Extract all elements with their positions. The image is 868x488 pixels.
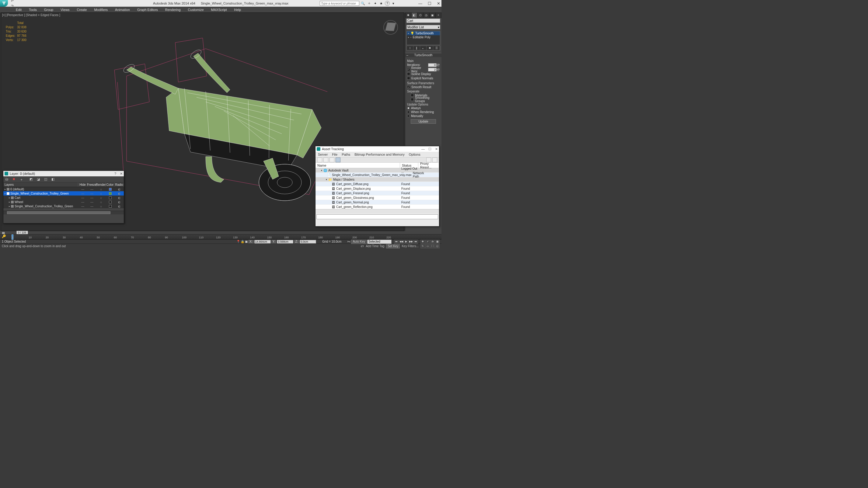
timetag-icon[interactable]: 🏷 [361,245,364,248]
add-to-layer-icon[interactable]: ＋ [20,177,24,182]
layer-close-button[interactable]: ✕ [120,172,123,176]
renderiters-input[interactable] [428,68,437,71]
asset-row[interactable]: 🖼Cart_green_Displace.pngFound [315,186,439,191]
nav-orbit-icon[interactable]: ↻ [421,244,425,249]
tab-hierarchy[interactable]: ⌬ [417,12,424,18]
col-layers[interactable]: Layers [3,183,78,187]
asset-menu-options[interactable]: Options [409,153,421,156]
minimize-button[interactable]: — [418,1,422,6]
keymode-icon[interactable]: 🗝 [347,240,350,243]
signin-icon[interactable]: ✦ [373,1,378,6]
asset-menu-file[interactable]: File [332,153,337,156]
viewcube[interactable] [381,18,400,36]
menu-maxscript[interactable]: MAXScript [208,7,230,12]
sep-sg-check[interactable] [411,98,414,101]
asset-row[interactable]: 📄Single_Wheel_Construction_Trolley_Green… [315,173,439,177]
asset-min-button[interactable]: — [422,147,425,151]
asset-close-button[interactable]: ✕ [435,147,438,151]
add-time-tag[interactable]: Add Time Tag [366,245,384,248]
favorites-icon[interactable]: ★ [379,1,384,6]
layer-help-button[interactable]: ? [114,172,116,176]
modifier-list-dropdown[interactable]: Modifier List▾ [406,25,440,29]
highlight-layer-icon[interactable]: ◪ [37,177,41,182]
renderiters-check[interactable]: ✓ [407,68,410,71]
menu-create[interactable]: Create [73,7,90,12]
update-button[interactable]: Update [411,119,436,124]
y-field[interactable]: 0.568cm [277,240,293,243]
search-input[interactable] [320,1,359,6]
setkey-button[interactable]: Set Key [386,244,400,249]
asset-row[interactable]: 🖼Cart_green_Diffuse.pngFound [315,182,439,186]
col-radio[interactable]: Radio [115,183,124,187]
menu-customize[interactable]: Customize [184,7,208,12]
layer-row[interactable]: ▸Single_Wheel_Construction_Trolley_Green… [3,191,124,196]
layer-dialog[interactable]: Layer: 0 (default) ?✕ 🗂 ✖ ＋ ◩ ◪ ◫ ◧ Laye… [3,170,124,224]
menu-help[interactable]: Help [230,7,245,12]
unique-button[interactable]: ⩋ [420,46,427,50]
menu-modifiers[interactable]: Modifiers [90,7,111,12]
key-filters-button[interactable]: Key Filters... [402,245,418,248]
select-layer-icon[interactable]: ◩ [30,177,34,182]
menu-grapheditors[interactable]: Graph Editors [133,7,161,12]
asset-menu-server[interactable]: Server [318,153,328,156]
delete-layer-icon[interactable]: ✖ [12,177,17,182]
hide-sel-icon[interactable]: ◫ [44,177,49,182]
isolate-icon[interactable]: ▣ [245,240,248,243]
asset-col-proxy[interactable]: Proxy Resol... [418,163,439,168]
z-field[interactable]: 0.0cm [300,240,316,243]
timeline[interactable]: 🔑 01020304050607080901001101201301401501… [0,234,441,239]
layer-row[interactable]: ▸Wheel ——☼ ◐ [3,200,124,204]
app-icon[interactable] [0,0,8,7]
layer-row[interactable]: ▸0 (default) ——☼ ◐ [3,187,124,191]
qat-undo-icon[interactable]: ↶ [10,0,14,3]
spinner-icon[interactable]: ▲▼ [437,63,440,67]
asset-row[interactable]: 🖼Cart_green_Fresnel.pngFound [315,191,439,196]
nav-fov-icon[interactable]: ◔ [430,239,435,244]
nav-zoomall-icon[interactable]: ▦ [435,239,440,244]
object-name-field[interactable]: Cart [406,19,440,23]
close-button[interactable]: ✕ [437,1,440,6]
lock-icon[interactable]: 🔒 [241,240,244,243]
help-icon[interactable]: ? [385,1,390,6]
asset-menu-bitmap[interactable]: Bitmap Performance and Memory [354,153,404,156]
modifier-stack[interactable]: ▸💡TurboSmooth ▸▫Editable Poly [406,31,440,45]
nav-zoom-icon[interactable]: ⤢ [425,239,430,244]
nav-pan-icon[interactable]: ✥ [421,239,425,244]
asset-row[interactable]: 🖼Cart_green_Normal.pngFound [315,200,439,205]
play-icon[interactable]: ▶ [404,239,408,244]
show-end-button[interactable]: ∥ [413,46,420,50]
autokey-button[interactable]: Auto Key [351,239,367,244]
col-hide[interactable]: Hide [78,183,87,187]
update-render-radio[interactable] [407,111,410,113]
goto-end-icon[interactable]: ⏭ [413,239,418,244]
update-manual-radio[interactable] [407,115,410,117]
nav-walk-icon[interactable]: ▭ [425,244,430,249]
layer-row[interactable]: ▸Single_Wheel_Construction_Trolley_Green… [3,204,124,208]
smoothresult-check[interactable]: ✓ [407,86,410,89]
help-dropdown-icon[interactable]: ▾ [391,1,396,6]
asset-menu-paths[interactable]: Paths [342,153,350,156]
remove-button[interactable]: ✖ [427,46,433,50]
comm-center-icon[interactable]: ✧ [367,1,371,6]
tab-utilities[interactable]: ✧ [435,12,441,18]
menu-views[interactable]: Views [57,7,73,12]
tab-motion[interactable]: ◷ [423,12,429,18]
viewport-label[interactable]: [+] [Perspective ] [Shaded + Edged Faces… [2,13,60,17]
asset-row[interactable]: 🖼Cart_green_Glossiness.pngFound [315,196,439,200]
col-render[interactable]: Render [96,183,105,187]
col-freeze[interactable]: Freeze [87,183,96,187]
tab-modify[interactable]: ◧ [411,12,417,18]
nav-minmax-icon[interactable]: ◱ [435,244,440,249]
new-layer-icon[interactable]: 🗂 [5,177,9,182]
rollout-turbosmooth[interactable]: TurboSmooth [405,53,441,57]
search-go-icon[interactable]: 🔍 [361,1,365,6]
isoline-check[interactable] [407,72,410,75]
asset-tracking-dialog[interactable]: Asset Tracking —☐✕ Server File Paths Bit… [315,146,439,227]
sep-materials-check[interactable] [411,94,414,97]
nav-max-icon[interactable]: ⛶ [430,244,435,249]
asset-input[interactable] [316,214,438,219]
iterations-input[interactable] [428,63,437,67]
timeline-config-icon[interactable]: ▦ [2,231,5,234]
asset-col-name[interactable]: Name [315,163,400,168]
menu-rendering[interactable]: Rendering [161,7,184,12]
